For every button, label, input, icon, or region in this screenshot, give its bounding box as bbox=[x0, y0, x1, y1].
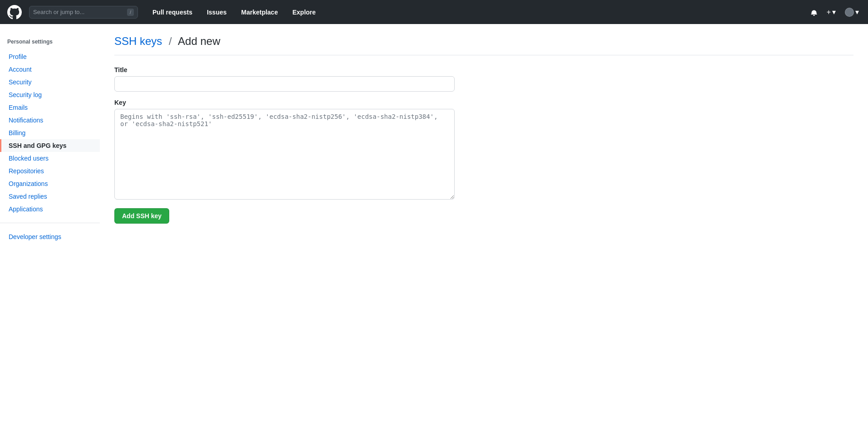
new-menu-button[interactable]: + ▾ bbox=[825, 6, 838, 18]
breadcrumb-ssh-keys-link[interactable]: SSH keys bbox=[114, 35, 162, 47]
title-label: Title bbox=[114, 66, 853, 73]
main-content: SSH keys / Add new Title Key Add SSH key bbox=[100, 24, 868, 430]
avatar bbox=[845, 8, 854, 17]
page-header: SSH keys / Add new bbox=[114, 35, 853, 55]
sidebar-section-title: Personal settings bbox=[0, 35, 100, 49]
sidebar-item-saved-replies[interactable]: Saved replies bbox=[0, 190, 100, 203]
sidebar-item-emails[interactable]: Emails bbox=[0, 101, 100, 114]
sidebar-item-repositories[interactable]: Repositories bbox=[0, 165, 100, 177]
search-input[interactable] bbox=[33, 9, 127, 15]
sidebar: Personal settings Profile Account Securi… bbox=[0, 24, 100, 430]
notifications-bell-button[interactable] bbox=[809, 7, 819, 18]
title-form-group: Title bbox=[114, 66, 853, 92]
sidebar-item-security[interactable]: Security bbox=[0, 76, 100, 88]
sidebar-item-notifications[interactable]: Notifications bbox=[0, 114, 100, 127]
sidebar-item-applications[interactable]: Applications bbox=[0, 203, 100, 215]
sidebar-item-organizations[interactable]: Organizations bbox=[0, 177, 100, 190]
slash-key: / bbox=[127, 9, 134, 16]
title-input[interactable] bbox=[114, 76, 455, 92]
nav-marketplace[interactable]: Marketplace bbox=[234, 0, 285, 24]
page-wrapper: Personal settings Profile Account Securi… bbox=[0, 24, 868, 430]
nav-links: Pull requests Issues Marketplace Explore bbox=[145, 0, 323, 24]
key-form-group: Key bbox=[114, 99, 853, 201]
user-chevron-icon: ▾ bbox=[855, 8, 859, 16]
sidebar-item-blocked-users[interactable]: Blocked users bbox=[0, 152, 100, 165]
nav-pull-requests[interactable]: Pull requests bbox=[145, 0, 200, 24]
breadcrumb-separator: / bbox=[169, 35, 172, 47]
sidebar-item-security-log[interactable]: Security log bbox=[0, 88, 100, 101]
plus-icon: + bbox=[827, 8, 831, 16]
sidebar-item-account[interactable]: Account bbox=[0, 63, 100, 76]
search-bar[interactable]: / bbox=[29, 6, 138, 19]
breadcrumb-current: Add new bbox=[178, 35, 220, 47]
sidebar-item-ssh-gpg-keys[interactable]: SSH and GPG keys bbox=[0, 139, 100, 152]
navbar: / Pull requests Issues Marketplace Explo… bbox=[0, 0, 868, 24]
user-menu-button[interactable]: ▾ bbox=[843, 6, 861, 19]
sidebar-item-profile[interactable]: Profile bbox=[0, 50, 100, 63]
nav-issues[interactable]: Issues bbox=[200, 0, 234, 24]
key-label: Key bbox=[114, 99, 853, 106]
sidebar-divider bbox=[0, 223, 100, 223]
breadcrumb: SSH keys / Add new bbox=[114, 35, 853, 48]
add-ssh-key-button[interactable]: Add SSH key bbox=[114, 208, 169, 224]
navbar-right: + ▾ ▾ bbox=[809, 6, 861, 19]
chevron-down-icon: ▾ bbox=[832, 8, 836, 16]
key-textarea[interactable] bbox=[114, 109, 455, 200]
nav-explore[interactable]: Explore bbox=[285, 0, 323, 24]
sidebar-item-billing[interactable]: Billing bbox=[0, 127, 100, 139]
sidebar-item-developer-settings[interactable]: Developer settings bbox=[0, 230, 100, 243]
github-logo[interactable] bbox=[7, 5, 22, 20]
